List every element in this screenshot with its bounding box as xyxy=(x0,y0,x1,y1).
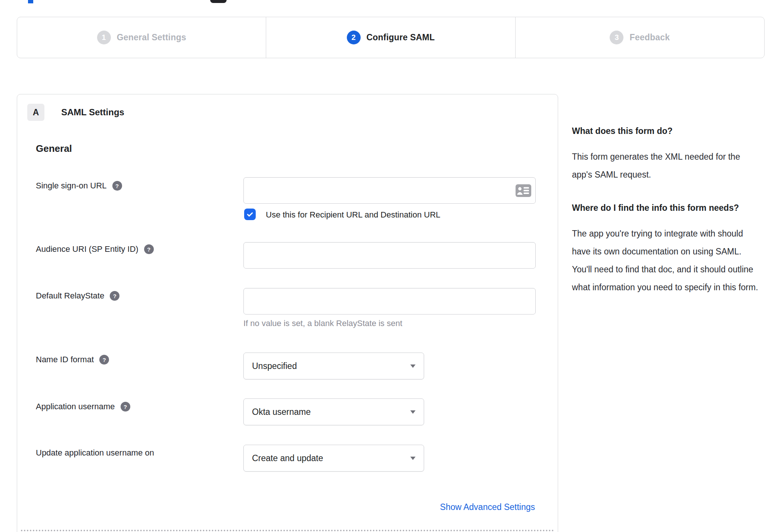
saml-settings-panel: A SAML Settings General Single sign-on U… xyxy=(17,94,558,532)
section-a-badge: A xyxy=(27,104,44,121)
clipped-header-fragment xyxy=(210,0,227,3)
audience-uri-input[interactable] xyxy=(243,242,536,269)
relay-state-label: Default RelayState xyxy=(36,291,104,301)
help-icon[interactable]: ? xyxy=(121,402,130,411)
checkmark-icon xyxy=(246,210,254,218)
update-username-label-row: Update application username on xyxy=(36,448,154,458)
update-username-label: Update application username on xyxy=(36,448,154,458)
sidebar-heading-where: Where do I find the info this form needs… xyxy=(572,200,762,216)
sso-url-label: Single sign-on URL xyxy=(36,181,107,191)
name-id-format-label: Name ID format xyxy=(36,355,94,364)
step-1-label: General Settings xyxy=(117,32,186,43)
panel-title: SAML Settings xyxy=(61,107,124,118)
help-icon[interactable]: ? xyxy=(99,355,109,364)
help-icon[interactable]: ? xyxy=(110,291,119,301)
step-2-label: Configure SAML xyxy=(367,32,435,43)
step-configure-saml[interactable]: 2 Configure SAML xyxy=(266,17,515,58)
name-id-format-value: Unspecified xyxy=(252,361,297,371)
name-id-format-label-row: Name ID format ? xyxy=(36,355,109,364)
chevron-down-icon xyxy=(410,410,416,414)
app-username-value: Okta username xyxy=(252,407,311,417)
sidebar-body-what: This form generates the XML needed for t… xyxy=(572,148,762,184)
step-1-number-badge: 1 xyxy=(97,31,111,44)
sso-url-label-row: Single sign-on URL ? xyxy=(36,181,122,191)
step-2-number-badge: 2 xyxy=(347,31,361,44)
app-username-select[interactable]: Okta username xyxy=(243,398,424,425)
help-icon[interactable]: ? xyxy=(144,244,154,254)
configure-saml-page: 1 General Settings 2 Configure SAML 3 Fe… xyxy=(0,0,781,532)
sidebar-body-where: The app you're trying to integrate with … xyxy=(572,225,762,296)
section-dotted-divider xyxy=(21,530,554,531)
name-id-format-select[interactable]: Unspecified xyxy=(243,353,424,379)
recipient-url-checkbox[interactable] xyxy=(244,209,256,220)
step-3-label: Feedback xyxy=(629,32,670,43)
chevron-down-icon xyxy=(410,457,416,460)
update-username-select[interactable]: Create and update xyxy=(243,445,424,472)
recipient-url-checkbox-label: Use this for Recipient URL and Destinati… xyxy=(266,210,441,220)
relay-state-label-row: Default RelayState ? xyxy=(36,291,119,301)
update-username-value: Create and update xyxy=(252,453,323,463)
help-sidebar: What does this form do? This form genera… xyxy=(572,123,762,313)
help-icon[interactable]: ? xyxy=(112,181,122,191)
app-username-label-row: Application username ? xyxy=(36,402,130,411)
relay-state-input[interactable] xyxy=(243,288,536,314)
audience-uri-label-row: Audience URI (SP Entity ID) ? xyxy=(36,244,154,254)
app-username-label: Application username xyxy=(36,402,115,411)
step-feedback[interactable]: 3 Feedback xyxy=(515,17,764,58)
wizard-stepper: 1 General Settings 2 Configure SAML 3 Fe… xyxy=(17,17,765,58)
step-3-number-badge: 3 xyxy=(610,31,623,44)
relay-state-hint: If no value is set, a blank RelayState i… xyxy=(243,319,402,328)
chevron-down-icon xyxy=(410,364,416,368)
step-general-settings[interactable]: 1 General Settings xyxy=(17,17,266,58)
sidebar-heading-what: What does this form do? xyxy=(572,123,762,139)
show-advanced-settings-link[interactable]: Show Advanced Settings xyxy=(440,502,535,512)
sso-url-input-wrap xyxy=(243,177,536,204)
contact-card-icon xyxy=(516,184,531,197)
sso-url-input[interactable] xyxy=(243,177,536,204)
audience-uri-label: Audience URI (SP Entity ID) xyxy=(36,244,139,254)
general-section-heading: General xyxy=(36,143,72,154)
clipped-logo-fragment xyxy=(28,0,33,3)
